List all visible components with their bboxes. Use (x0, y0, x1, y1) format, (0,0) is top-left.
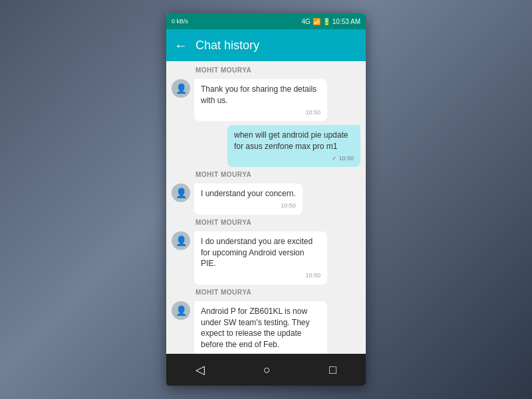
status-bar-right: 4G 📶 🔋 10:53 AM (301, 18, 360, 25)
network-speed: 0 kB/s (172, 18, 188, 25)
message-row: 👤I do understand you are excited for upc… (172, 231, 360, 285)
message-row: when will get android pie update for asu… (172, 125, 360, 167)
message-bubble: I understand your concern.10:50 (194, 184, 303, 214)
sender-label: MOHIT MOURYA (196, 219, 360, 226)
message-time: 10:50 (305, 108, 321, 117)
message-text: Thank you for sharing the details with u… (201, 84, 317, 105)
message-row: 👤I understand your concern.10:50 (172, 184, 360, 214)
message-text: when will get android pie update for asu… (234, 130, 348, 151)
sender-label: MOHIT MOURYA (196, 66, 360, 74)
message-bubble: Thank you for sharing the details with u… (194, 79, 327, 121)
message-bubble: Android P for ZB601KL is now under SW te… (194, 301, 327, 354)
network-type: 4G (301, 18, 310, 25)
screen-title: Chat history (196, 39, 259, 53)
message-bubble: I do understand you are excited for upco… (194, 231, 327, 285)
sender-label: MOHIT MOURYA (196, 289, 360, 296)
message-time: 10:50 (281, 201, 296, 210)
message-text: I do understand you are excited for upco… (201, 237, 313, 269)
message-row: 👤Android P for ZB601KL is now under SW t… (172, 301, 360, 354)
message-text: Android P for ZB601KL is now under SW te… (201, 307, 309, 349)
message-row: 👤Thank you for sharing the details with … (172, 79, 360, 121)
app-bar: ← Chat history (166, 29, 366, 61)
nav-back-icon[interactable]: ◁ (196, 362, 205, 377)
message-time: 10:51 (305, 352, 321, 354)
time-display: 10:53 AM (332, 18, 360, 25)
nav-recent-icon[interactable]: □ (329, 363, 336, 377)
chat-container: MOHIT MOURYA👤Thank you for sharing the d… (166, 61, 366, 354)
avatar: 👤 (172, 184, 190, 202)
avatar: 👤 (172, 79, 190, 98)
signal-icon: 📶 (313, 18, 321, 25)
avatar: 👤 (172, 231, 190, 250)
phone-screen: 0 kB/s 4G 📶 🔋 10:53 AM ← Chat history MO… (166, 13, 366, 386)
message-time: 10:50 (305, 271, 321, 280)
message-text: I understand your concern. (201, 189, 296, 198)
sender-label: MOHIT MOURYA (196, 171, 360, 178)
back-button[interactable]: ← (174, 38, 188, 53)
message-time: 10:50 (338, 154, 354, 163)
checkmark-icon: ✓ (332, 154, 337, 163)
status-bar: 0 kB/s 4G 📶 🔋 10:53 AM (166, 13, 366, 29)
nav-bar: ◁ ○ □ (166, 354, 366, 386)
avatar: 👤 (172, 301, 190, 320)
message-bubble: when will get android pie update for asu… (227, 125, 360, 167)
nav-home-icon[interactable]: ○ (263, 363, 271, 377)
battery-icon: 🔋 (323, 18, 331, 25)
